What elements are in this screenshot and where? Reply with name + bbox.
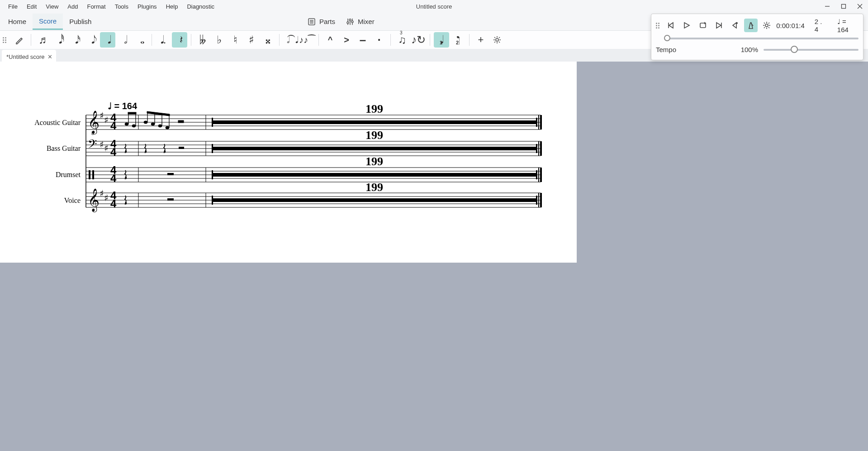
svg-line-21 [499,37,500,38]
sharp-button[interactable]: ♯ [244,32,259,48]
menu-tools[interactable]: Tools [110,1,133,12]
menu-file[interactable]: File [4,1,22,12]
play-button[interactable] [680,19,693,32]
edit-tool-button[interactable] [12,32,27,48]
score-page: ♩ = 164 Acoustic Guitar Bass Guitar Drum… [0,62,577,263]
window-maximize[interactable] [835,0,852,13]
svg-rect-76 [167,198,174,201]
voice-2-button[interactable]: 𝅘𝅥2 [450,32,465,48]
svg-marker-84 [716,23,721,28]
playback-time: 0:00:01:4 [776,22,805,29]
window-title: Untitled score [416,3,452,10]
svg-point-46 [158,125,162,127]
svg-rect-71 [540,168,542,182]
svg-text:♯: ♯ [100,139,104,149]
svg-point-12 [349,19,351,21]
svg-rect-66 [92,170,94,179]
svg-marker-86 [733,23,736,28]
close-icon[interactable]: ✕ [47,53,52,60]
parts-label: Parts [319,18,335,25]
window-minimize[interactable] [819,0,835,13]
staccato-button[interactable]: · [371,32,387,48]
flat-button[interactable]: ♭ [211,32,227,48]
toolbar-settings-button[interactable] [489,32,505,48]
position-slider[interactable] [665,38,859,39]
svg-rect-1 [842,5,846,9]
window-close[interactable] [852,0,868,13]
svg-marker-82 [684,23,689,28]
double-flat-button[interactable]: 𝄫 [195,32,210,48]
svg-rect-53 [178,120,184,123]
svg-text:𝄞: 𝄞 [88,188,100,212]
svg-rect-42 [128,112,136,114]
svg-line-22 [494,42,495,43]
note-16th-button[interactable]: 𝅘𝅥𝅯 [67,32,83,48]
menu-edit[interactable]: Edit [22,1,41,12]
svg-point-45 [151,123,155,125]
svg-point-39 [132,125,136,127]
toolbar-drag-handle[interactable] [3,35,8,44]
note-quarter-button[interactable]: 𝅘𝅥 [100,32,115,48]
svg-text:♯: ♯ [100,188,104,198]
playback-panel[interactable]: 0:00:01:4 2 . 4 ♩ = 164 Tempo 100% [651,14,863,60]
svg-rect-65 [89,170,90,179]
svg-rect-64 [540,141,542,156]
svg-marker-80 [669,23,673,28]
note-whole-button[interactable]: 𝅝 [133,32,148,48]
playback-tempo-display: ♩ = 164 [837,18,859,34]
panel-drag-handle[interactable] [656,23,661,29]
marcato-button[interactable]: ^ [323,32,338,48]
playback-beat: 2 . 4 [815,18,827,33]
menu-format[interactable]: Format [82,1,110,12]
mixer-icon [346,18,354,26]
tie-button[interactable]: 𝅗𝅥⁀𝅘𝅥 [283,32,299,48]
add-button[interactable]: + [473,32,489,48]
dot-button[interactable]: 𝅘𝅥 . [156,32,171,48]
svg-text:♯: ♯ [104,193,109,203]
svg-point-90 [765,24,768,27]
mixer-toggle[interactable]: Mixer [346,18,375,26]
svg-point-14 [496,38,498,41]
svg-point-44 [144,121,147,124]
tab-home[interactable]: Home [2,14,33,29]
tempo-slider[interactable] [764,49,859,51]
menu-diagnostic[interactable]: Diagnostic [182,1,219,12]
menu-plugins[interactable]: Plugins [133,1,161,12]
document-tab[interactable]: *Untitled score ✕ [2,50,56,62]
svg-rect-68 [167,173,174,175]
svg-rect-78 [538,193,539,207]
tab-score[interactable]: Score [33,14,63,30]
accent-button[interactable]: > [339,32,354,48]
countoff-button[interactable] [728,19,741,32]
svg-text:𝄢: 𝄢 [88,137,97,154]
flip-stem-button[interactable]: ♪↻ [411,32,426,48]
score-viewport[interactable]: ♩ = 164 Acoustic Guitar Bass Guitar Drum… [0,62,868,451]
rest-button[interactable]: 𝄽 [172,32,187,48]
tuplet-button[interactable]: ♫3 [394,32,410,48]
loop-button[interactable] [696,19,709,32]
tab-publish[interactable]: Publish [63,14,98,29]
metronome-button[interactable] [744,19,757,32]
note-half-button[interactable]: 𝅗𝅥 [116,32,132,48]
note-8th-button[interactable]: 𝅘𝅥𝅮 [84,32,99,48]
separator [31,34,31,46]
menu-add[interactable]: Add [63,1,82,12]
rewind-button[interactable] [664,19,677,32]
menu-view[interactable]: View [41,1,63,12]
svg-line-96 [768,27,769,28]
play-from-button[interactable] [712,19,725,32]
note-32nd-button[interactable]: 𝅘𝅥𝅰 [51,32,66,48]
svg-line-98 [764,27,765,28]
natural-button[interactable]: ♮ [228,32,243,48]
svg-point-47 [166,126,169,129]
menu-bar: File Edit View Add Format Tools Plugins … [0,0,868,13]
parts-toggle[interactable]: Parts [308,18,335,26]
playback-settings-button[interactable] [760,19,773,32]
menu-help[interactable]: Help [161,1,183,12]
voice-1-button[interactable]: 𝅘𝅥1 [434,32,449,48]
note-64th-button[interactable]: ♬ [35,32,50,48]
tenuto-button[interactable]: – [355,32,370,48]
notation-canvas: 4 4 𝄞 8 ♯ ♯ [0,62,577,261]
slur-button[interactable]: ♪♪⁀ [299,32,315,48]
double-sharp-button[interactable]: 𝄪 [260,32,275,48]
